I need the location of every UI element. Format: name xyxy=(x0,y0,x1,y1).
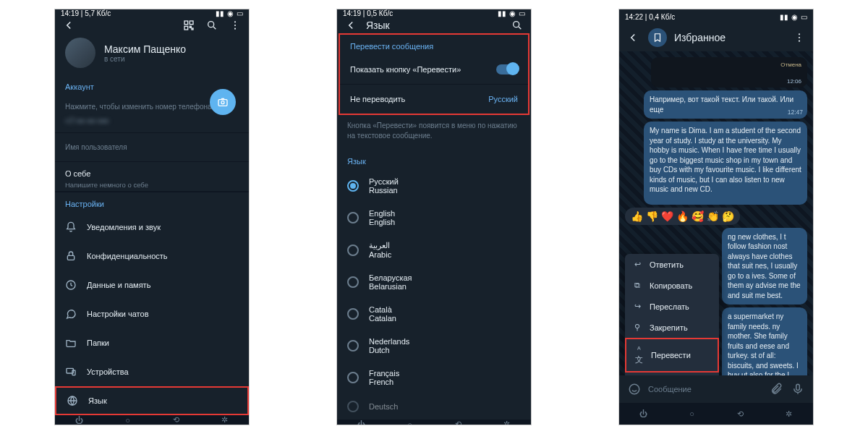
no-translate-value: Русский xyxy=(488,95,518,103)
ctx-pin[interactable]: ⚲Закрепить xyxy=(625,317,719,338)
message-bubble[interactable]: Например, вот такой текст. Или такой. Ил… xyxy=(644,90,807,119)
emoji-icon[interactable] xyxy=(626,381,642,397)
preview-cancel[interactable]: Отмена xyxy=(780,61,801,68)
svg-point-17 xyxy=(799,33,800,35)
settings-item-notifications[interactable]: Уведомления и звук xyxy=(55,213,249,242)
settings-item-data[interactable]: Данные и память xyxy=(55,271,249,299)
ctx-copy[interactable]: ⧉Копировать xyxy=(625,275,719,296)
radio-unselected[interactable] xyxy=(347,372,359,383)
show-translate-toggle[interactable]: Показать кнопку «Перевести» xyxy=(340,55,528,84)
settings-item-privacy[interactable]: Конфиденциальность xyxy=(55,242,249,271)
radio-unselected[interactable] xyxy=(347,340,359,352)
status-bar: 14:19 | 0,5 Кб/с ▮▮◉▭ xyxy=(337,9,531,17)
message-time: 12:47 xyxy=(788,109,803,116)
lang-option[interactable]: FrançaisFrench xyxy=(337,362,531,393)
android-navbar: ⏻ ○ ⟲ ✲ xyxy=(55,415,249,425)
qr-icon[interactable] xyxy=(181,17,197,33)
reaction-emoji[interactable]: 👏 xyxy=(707,210,719,222)
ctx-edit[interactable]: ✎Изменить xyxy=(625,373,719,375)
settings-item-chat[interactable]: Настройки чатов xyxy=(55,299,249,328)
lang-option[interactable]: БеларускаяBelarusian xyxy=(337,266,531,298)
svg-point-5 xyxy=(208,22,214,27)
search-icon[interactable] xyxy=(509,17,525,33)
reaction-emoji[interactable]: 🤔 xyxy=(722,210,734,222)
saved-messages-avatar[interactable] xyxy=(648,28,667,47)
settings-item-folders[interactable]: Папки xyxy=(55,328,249,357)
screen-language-settings: 14:19 | 0,5 Кб/с ▮▮◉▭ Язык Перевести соо… xyxy=(336,9,532,425)
more-icon[interactable] xyxy=(791,30,807,46)
radio-selected[interactable] xyxy=(347,180,359,192)
nav-home-icon[interactable]: ○ xyxy=(404,420,416,426)
lang-option[interactable]: العربيةArabic xyxy=(337,234,531,266)
bell-icon xyxy=(65,221,77,233)
svg-rect-3 xyxy=(190,26,191,27)
radio-unselected[interactable] xyxy=(347,212,359,224)
phone-number-blurred[interactable]: +7 ••• ••• •••• xyxy=(55,112,249,132)
nav-back-icon[interactable]: ⟲ xyxy=(735,409,746,419)
back-icon[interactable] xyxy=(625,30,641,46)
avatar[interactable] xyxy=(65,38,95,68)
no-translate-row[interactable]: Не переводить Русский xyxy=(340,85,528,114)
profile-header[interactable]: Максим Пащенко в сети xyxy=(55,33,249,75)
signal-icon: ▮▮ xyxy=(498,9,506,17)
nav-accessibility-icon[interactable]: ✲ xyxy=(783,409,795,419)
nav-power-icon[interactable]: ⏻ xyxy=(356,420,367,426)
lang-option[interactable]: NederlandsDutch xyxy=(337,330,531,362)
status-time: 14:22 xyxy=(625,13,643,21)
nav-accessibility-icon[interactable]: ✲ xyxy=(501,420,513,425)
radio-unselected[interactable] xyxy=(347,276,359,288)
lang-sub: English xyxy=(369,218,395,226)
back-icon[interactable] xyxy=(343,17,359,33)
reaction-emoji[interactable]: 👎 xyxy=(646,210,658,222)
svg-rect-4 xyxy=(192,28,193,30)
change-photo-fab[interactable] xyxy=(210,89,236,115)
embedded-preview[interactable]: Отмена 12:06 xyxy=(651,57,807,88)
reaction-bar[interactable]: 👍 👎 ❤️ 🔥 🥰 👏 🤔 xyxy=(625,208,740,225)
message-bubble[interactable]: My name is Dima. I am a student of the s… xyxy=(644,122,807,205)
settings-item-devices[interactable]: Устройства xyxy=(55,357,249,386)
nav-home-icon[interactable]: ○ xyxy=(686,409,698,418)
nav-accessibility-icon[interactable]: ✲ xyxy=(219,415,231,425)
mic-icon[interactable] xyxy=(790,381,806,397)
nav-power-icon[interactable]: ⏻ xyxy=(638,409,650,418)
language-section-head: Язык xyxy=(337,150,531,170)
lang-option[interactable]: CatalàCatalan xyxy=(337,298,531,330)
pin-icon: ⚲ xyxy=(632,323,642,332)
page-title: Язык xyxy=(366,20,502,31)
svg-rect-2 xyxy=(184,26,188,30)
radio-unselected[interactable] xyxy=(347,308,359,320)
chat-scroll[interactable]: Отмена 12:06 Например, вот такой текст. … xyxy=(619,51,813,375)
nav-home-icon[interactable]: ○ xyxy=(122,416,134,425)
more-icon[interactable] xyxy=(227,17,243,33)
nav-back-icon[interactable]: ⟲ xyxy=(171,415,182,425)
nav-power-icon[interactable]: ⏻ xyxy=(74,416,85,425)
reaction-emoji[interactable]: 🥰 xyxy=(692,210,704,222)
translate-icon: ᴬ文 xyxy=(634,345,644,365)
nav-back-icon[interactable]: ⟲ xyxy=(453,420,464,425)
message-bubble-partial[interactable]: ng new clothes, I t follow fashion nost … xyxy=(722,228,807,305)
lang-option[interactable]: Deutsch xyxy=(337,393,531,420)
attach-icon[interactable] xyxy=(768,381,784,397)
ctx-label: Переслать xyxy=(650,302,689,311)
settings-item-language[interactable]: Язык xyxy=(55,386,249,415)
radio-unselected[interactable] xyxy=(347,244,359,256)
username-row[interactable]: Имя пользователя xyxy=(55,132,249,161)
translate-section-head: Перевести сообщения xyxy=(340,35,528,55)
toggle-on[interactable] xyxy=(496,64,518,75)
reaction-emoji[interactable]: 🔥 xyxy=(676,210,689,222)
ctx-translate[interactable]: ᴬ文Перевести xyxy=(625,338,719,373)
ctx-forward[interactable]: ↪Переслать xyxy=(625,296,719,317)
bio-row[interactable]: О себе Напишите немного о себе xyxy=(55,162,249,191)
reaction-emoji[interactable]: 👍 xyxy=(631,210,643,222)
back-icon[interactable] xyxy=(61,17,77,33)
reaction-emoji[interactable]: ❤️ xyxy=(661,210,673,222)
message-input[interactable]: Сообщение xyxy=(648,385,762,393)
search-icon[interactable] xyxy=(204,17,220,33)
radio-unselected[interactable] xyxy=(347,401,359,412)
show-translate-label: Показать кнопку «Перевести» xyxy=(350,65,486,74)
lang-option[interactable]: EnglishEnglish xyxy=(337,202,531,234)
lang-title: English xyxy=(369,209,395,218)
lang-option[interactable]: РусскийRussian xyxy=(337,170,531,202)
message-bubble-partial[interactable]: a supermarket ny family needs. ny mother… xyxy=(722,307,807,375)
ctx-reply[interactable]: ↩Ответить xyxy=(625,254,719,275)
